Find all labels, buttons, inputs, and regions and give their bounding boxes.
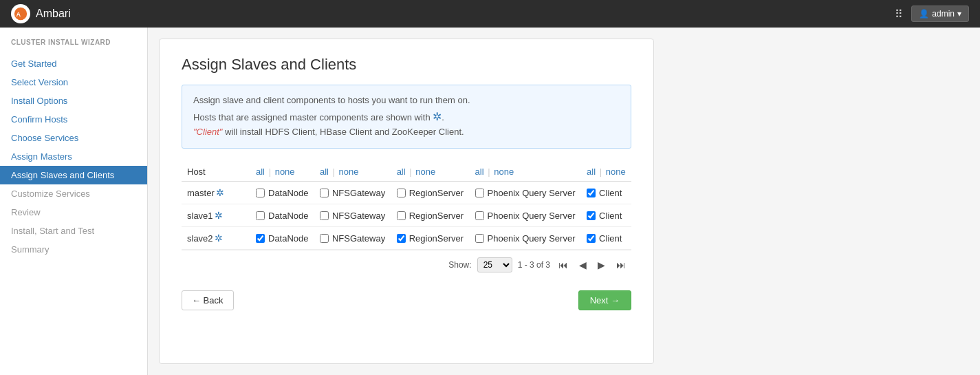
admin-dropdown[interactable]: 👤 admin ▾ (911, 6, 969, 22)
info-box: Assign slave and client components to ho… (182, 85, 631, 149)
col-header-datanode: all | none (250, 162, 314, 182)
regionserver-col-label: RegionServer (409, 188, 464, 198)
back-button[interactable]: ← Back (182, 290, 234, 310)
regionserver-label-1[interactable]: RegionServer (397, 211, 464, 221)
datanode-checkbox-2[interactable] (256, 234, 265, 243)
datanode-cell-1: DataNode (250, 204, 314, 227)
datanode-label-0[interactable]: DataNode (256, 188, 309, 198)
nfsgateway-checkbox-2[interactable] (320, 234, 329, 243)
pagination-row: Show: 10 25 50 100 1 - 3 of 3 ⏮ ◀ ▶ ⏭ (182, 250, 631, 279)
nfsgateway-cell-0: NFSGateway (314, 182, 391, 204)
table-row: slave1✲DataNodeNFSGatewayRegionServerPho… (182, 204, 631, 227)
col-header-nfsgateway: all | none (314, 162, 391, 182)
client-cell-1: Client (581, 204, 631, 227)
phoenix-col-label: Phoenix Query Server (488, 233, 576, 244)
sidebar-item-install-options[interactable]: Install Options (0, 92, 147, 110)
sidebar-item-customize-services: Customize Services (0, 184, 147, 203)
col-header-client: all | none (581, 162, 631, 182)
all-regionserver-btn[interactable]: all (397, 167, 406, 177)
none-nfsgateway-btn[interactable]: none (339, 167, 359, 177)
phoenix-checkbox-2[interactable] (475, 234, 484, 243)
nfsgateway-checkbox-0[interactable] (320, 189, 329, 197)
sidebar-item-get-started[interactable]: Get Started (0, 54, 147, 73)
regionserver-checkbox-1[interactable] (397, 211, 406, 220)
client-col-label: Client (599, 233, 622, 244)
navbar: A Ambari ⠿ 👤 admin ▾ (0, 0, 980, 28)
per-page-select[interactable]: 10 25 50 100 (477, 257, 512, 272)
none-phoenix-btn[interactable]: none (494, 167, 514, 177)
phoenix-checkbox-1[interactable] (475, 211, 484, 220)
all-datanode-btn[interactable]: all (256, 167, 265, 177)
master-asterisk: ✲ (215, 210, 223, 221)
info-line-3: "Client" will install HDFS Client, HBase… (193, 125, 620, 140)
sidebar-item-assign-masters[interactable]: Assign Masters (0, 147, 147, 166)
first-page-btn[interactable]: ⏮ (556, 258, 571, 272)
page-info: 1 - 3 of 3 (518, 260, 550, 270)
content-area: Assign Slaves and Clients Assign slave a… (159, 39, 654, 364)
host-name: slave2 (187, 233, 213, 244)
next-page-btn[interactable]: ▶ (595, 258, 608, 272)
host-cell-1: slave1✲ (182, 204, 250, 227)
nfsgateway-col-label: NFSGateway (332, 188, 385, 198)
client-label-0[interactable]: Client (587, 188, 626, 198)
sidebar-item-confirm-hosts[interactable]: Confirm Hosts (0, 110, 147, 129)
sidebar-item-assign-slaves[interactable]: Assign Slaves and Clients (0, 166, 147, 184)
phoenix-cell-2: Phoenix Query Server (470, 227, 582, 250)
none-client-btn[interactable]: none (606, 167, 626, 177)
next-button[interactable]: Next → (578, 290, 631, 310)
nfsgateway-label-1[interactable]: NFSGateway (320, 211, 386, 221)
nfsgateway-label-2[interactable]: NFSGateway (320, 233, 386, 244)
last-page-btn[interactable]: ⏭ (613, 258, 629, 272)
datanode-label-1[interactable]: DataNode (256, 211, 309, 221)
regionserver-cell-0: RegionServer (391, 182, 470, 204)
master-asterisk: ✲ (215, 233, 223, 244)
client-checkbox-0[interactable] (587, 189, 596, 197)
nfsgateway-label-0[interactable]: NFSGateway (320, 188, 386, 198)
all-client-btn[interactable]: all (587, 167, 596, 177)
none-regionserver-btn[interactable]: none (415, 167, 435, 177)
nfsgateway-col-label: NFSGateway (332, 211, 385, 221)
regionserver-label-0[interactable]: RegionServer (397, 188, 464, 198)
datanode-checkbox-0[interactable] (256, 189, 265, 197)
prev-page-btn[interactable]: ◀ (576, 258, 589, 272)
client-cell-2: Client (581, 227, 631, 250)
master-asterisk: ✲ (216, 187, 224, 198)
phoenix-label-2[interactable]: Phoenix Query Server (475, 233, 576, 244)
regionserver-cell-1: RegionServer (391, 204, 470, 227)
none-datanode-btn[interactable]: none (275, 167, 295, 177)
host-name: slave1 (187, 211, 213, 221)
phoenix-label-0[interactable]: Phoenix Query Server (475, 188, 576, 198)
nfsgateway-checkbox-1[interactable] (320, 211, 329, 220)
datanode-checkbox-1[interactable] (256, 211, 265, 220)
sidebar-item-select-version[interactable]: Select Version (0, 73, 147, 92)
client-label-2[interactable]: Client (587, 233, 626, 244)
regionserver-cell-2: RegionServer (391, 227, 470, 250)
grid-icon[interactable]: ⠿ (895, 8, 903, 21)
phoenix-label-1[interactable]: Phoenix Query Server (475, 211, 576, 221)
datanode-col-label: DataNode (268, 211, 309, 221)
sidebar-item-choose-services[interactable]: Choose Services (0, 129, 147, 147)
brand-logo: A (11, 4, 30, 23)
client-checkbox-1[interactable] (587, 211, 596, 220)
dropdown-arrow: ▾ (957, 9, 961, 19)
show-label: Show: (448, 260, 471, 270)
nfsgateway-cell-1: NFSGateway (314, 204, 391, 227)
host-cell-2: slave2✲ (182, 227, 250, 250)
regionserver-checkbox-0[interactable] (397, 189, 406, 197)
datanode-label-2[interactable]: DataNode (256, 233, 309, 244)
sidebar-title: CLUSTER INSTALL WIZARD (0, 39, 147, 54)
info-line-2: Hosts that are assigned master component… (193, 108, 620, 126)
client-label-1[interactable]: Client (587, 211, 626, 221)
all-nfsgateway-btn[interactable]: all (320, 167, 329, 177)
datanode-cell-0: DataNode (250, 182, 314, 204)
brand-name: Ambari (36, 8, 71, 20)
host-name: master (187, 188, 215, 198)
phoenix-checkbox-0[interactable] (475, 189, 484, 197)
datanode-col-label: DataNode (268, 188, 309, 198)
host-cell-0: master✲ (182, 182, 250, 204)
regionserver-label-2[interactable]: RegionServer (397, 233, 464, 244)
client-checkbox-2[interactable] (587, 234, 596, 243)
all-phoenix-btn[interactable]: all (475, 167, 484, 177)
sidebar: CLUSTER INSTALL WIZARD Get Started Selec… (0, 28, 148, 375)
regionserver-checkbox-2[interactable] (397, 234, 406, 243)
